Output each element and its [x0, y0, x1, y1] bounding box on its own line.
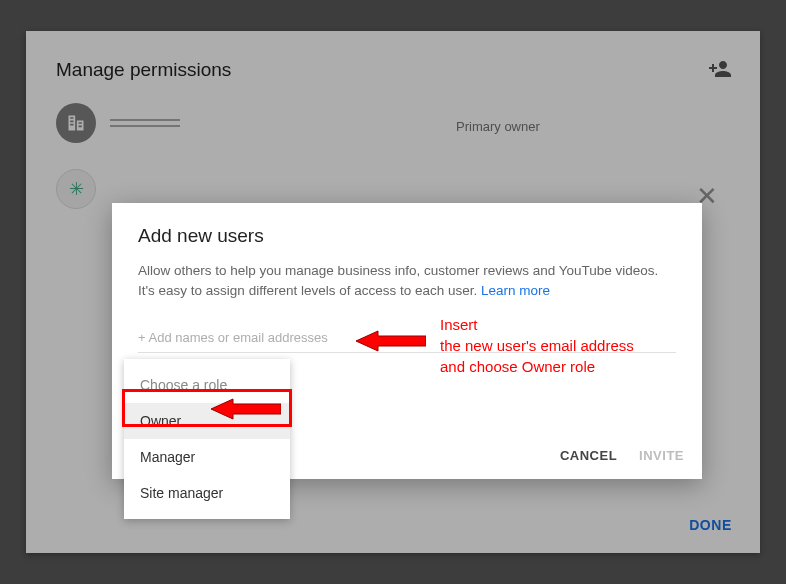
- dropdown-option-owner[interactable]: Owner: [124, 403, 290, 439]
- dialog-actions: CANCEL INVITE: [560, 448, 684, 463]
- learn-more-link[interactable]: Learn more: [481, 283, 550, 298]
- dialog-desc-text: Allow others to help you manage business…: [138, 263, 658, 298]
- dropdown-option-site-manager[interactable]: Site manager: [124, 475, 290, 511]
- manage-permissions-panel: Manage permissions Primary owner ✳ DONE …: [26, 31, 760, 553]
- input-placeholder: + Add names or email addresses: [138, 330, 328, 345]
- dropdown-header: Choose a role: [124, 367, 290, 403]
- cancel-button[interactable]: CANCEL: [560, 448, 617, 463]
- email-input[interactable]: + Add names or email addresses: [138, 328, 676, 353]
- dialog-title: Add new users: [138, 225, 676, 247]
- dropdown-option-manager[interactable]: Manager: [124, 439, 290, 475]
- role-dropdown: Choose a role Owner Manager Site manager: [124, 359, 290, 519]
- dialog-description: Allow others to help you manage business…: [138, 261, 676, 302]
- invite-button[interactable]: INVITE: [639, 448, 684, 463]
